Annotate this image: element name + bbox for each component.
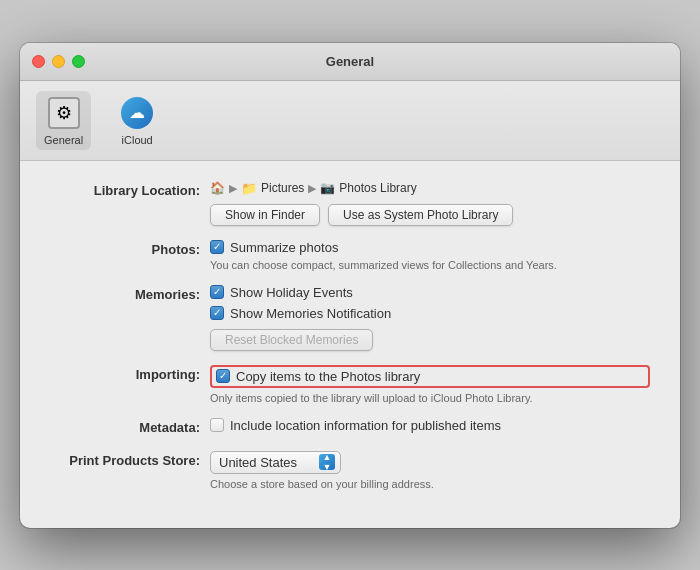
memories-notification-row: ✓ Show Memories Notification: [210, 306, 650, 321]
summarize-photos-label: Summarize photos: [230, 240, 338, 255]
memories-label: Memories:: [50, 285, 200, 302]
photos-content: ✓ Summarize photos You can choose compac…: [210, 240, 650, 271]
pictures-folder-icon: 📁: [241, 181, 257, 196]
location-info-checkbox[interactable]: [210, 418, 224, 432]
reset-blocked-memories-wrapper: Reset Blocked Memories: [210, 329, 650, 351]
breadcrumb: 🏠 ▶ 📁 Pictures ▶ 📷 Photos Library: [210, 181, 650, 196]
memories-row: Memories: ✓ Show Holiday Events ✓ Show M…: [50, 285, 650, 351]
summarize-photos-sub: You can choose compact, summarized views…: [210, 259, 650, 271]
summarize-photos-row: ✓ Summarize photos: [210, 240, 650, 255]
traffic-lights: [32, 55, 85, 68]
show-in-finder-button[interactable]: Show in Finder: [210, 204, 320, 226]
maximize-button[interactable]: [72, 55, 85, 68]
store-select-container: United States Canada United Kingdom Aust…: [210, 451, 341, 474]
breadcrumb-sep-2: ▶: [308, 182, 316, 195]
tab-icloud[interactable]: ☁ iCloud: [111, 91, 163, 150]
tab-general[interactable]: ⚙ General: [36, 91, 91, 150]
photos-label: Photos:: [50, 240, 200, 257]
location-info-row: Include location information for publish…: [210, 418, 650, 433]
reset-blocked-memories-button[interactable]: Reset Blocked Memories: [210, 329, 373, 351]
titlebar: General: [20, 43, 680, 81]
holiday-events-checkbox[interactable]: ✓: [210, 285, 224, 299]
window: General ⚙ General ☁ iCloud Library Locat…: [20, 43, 680, 528]
minimize-button[interactable]: [52, 55, 65, 68]
tab-general-label: General: [44, 134, 83, 146]
close-button[interactable]: [32, 55, 45, 68]
metadata-content: Include location information for publish…: [210, 418, 650, 437]
copy-items-label: Copy items to the Photos library: [236, 369, 420, 384]
holiday-events-label: Show Holiday Events: [230, 285, 353, 300]
general-icon: ⚙: [46, 95, 82, 131]
toolbar: ⚙ General ☁ iCloud: [20, 81, 680, 161]
icloud-icon: ☁: [119, 95, 155, 131]
breadcrumb-photos-library: Photos Library: [339, 181, 416, 195]
memories-notification-label: Show Memories Notification: [230, 306, 391, 321]
holiday-events-row: ✓ Show Holiday Events: [210, 285, 650, 300]
main-content: Library Location: 🏠 ▶ 📁 Pictures ▶ 📷 Pho…: [20, 161, 680, 528]
memories-notification-checkbox[interactable]: ✓: [210, 306, 224, 320]
store-select[interactable]: United States Canada United Kingdom Aust…: [210, 451, 341, 474]
print-products-content: United States Canada United Kingdom Aust…: [210, 451, 650, 490]
checkmark-icon: ✓: [213, 242, 221, 252]
use-as-system-photo-library-button[interactable]: Use as System Photo Library: [328, 204, 513, 226]
library-buttons: Show in Finder Use as System Photo Libra…: [210, 204, 650, 226]
metadata-row: Metadata: Include location information f…: [50, 418, 650, 437]
holiday-checkmark-icon: ✓: [213, 287, 221, 297]
copy-items-row: ✓ Copy items to the Photos library: [210, 365, 650, 388]
library-location-label: Library Location:: [50, 181, 200, 198]
copy-checkmark-icon: ✓: [219, 371, 227, 381]
library-location-content: 🏠 ▶ 📁 Pictures ▶ 📷 Photos Library Show i…: [210, 181, 650, 226]
metadata-label: Metadata:: [50, 418, 200, 435]
photos-row: Photos: ✓ Summarize photos You can choos…: [50, 240, 650, 271]
copy-items-checkbox[interactable]: ✓: [216, 369, 230, 383]
summarize-photos-checkbox[interactable]: ✓: [210, 240, 224, 254]
breadcrumb-pictures: Pictures: [261, 181, 304, 195]
photos-library-icon: 📷: [320, 181, 335, 195]
print-products-row: Print Products Store: United States Cana…: [50, 451, 650, 490]
library-location-row: Library Location: 🏠 ▶ 📁 Pictures ▶ 📷 Pho…: [50, 181, 650, 226]
copy-items-sub: Only items copied to the library will up…: [210, 392, 650, 404]
general-icon-shape: ⚙: [48, 97, 80, 129]
importing-content: ✓ Copy items to the Photos library Only …: [210, 365, 650, 404]
breadcrumb-sep-1: ▶: [229, 182, 237, 195]
icloud-icon-shape: ☁: [121, 97, 153, 129]
home-icon: 🏠: [210, 181, 225, 195]
importing-label: Importing:: [50, 365, 200, 382]
window-title: General: [326, 54, 374, 69]
memories-content: ✓ Show Holiday Events ✓ Show Memories No…: [210, 285, 650, 351]
tab-icloud-label: iCloud: [122, 134, 153, 146]
location-info-label: Include location information for publish…: [230, 418, 501, 433]
memories-checkmark-icon: ✓: [213, 308, 221, 318]
store-sub: Choose a store based on your billing add…: [210, 478, 650, 490]
importing-row: Importing: ✓ Copy items to the Photos li…: [50, 365, 650, 404]
print-products-label: Print Products Store:: [50, 451, 200, 468]
